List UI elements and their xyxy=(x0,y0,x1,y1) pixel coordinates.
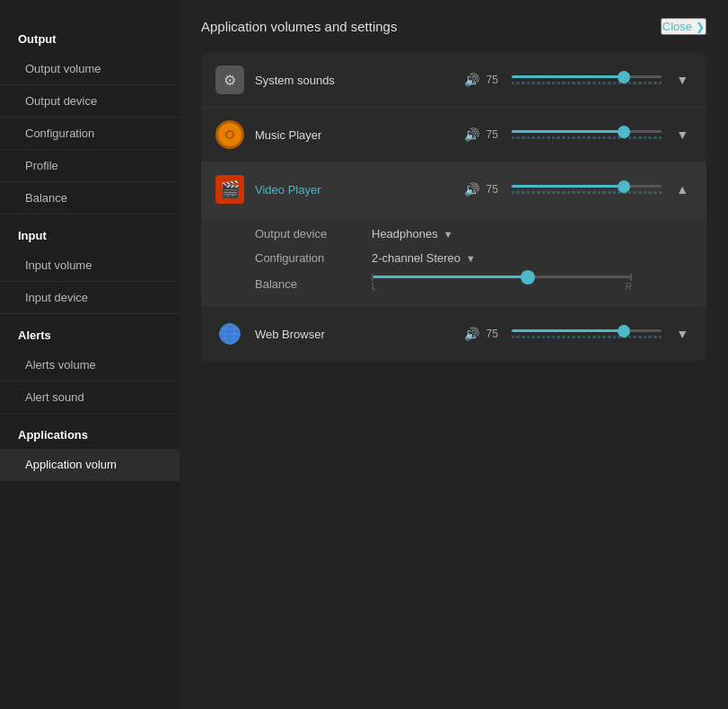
sidebar-section-title: Output xyxy=(0,18,180,53)
volume-slider-container xyxy=(512,329,662,338)
speaker-icon: 🔊 xyxy=(464,327,479,341)
sidebar-item-configuration[interactable]: Configuration xyxy=(0,118,180,150)
slider-fill xyxy=(512,185,625,188)
balance-label: Balance xyxy=(255,277,372,291)
volume-slider-container xyxy=(512,185,662,194)
app-row-music-player: Music Player🔊75▼ xyxy=(201,108,706,162)
volume-control-web-browser: 🔊75 xyxy=(464,327,662,341)
speaker-icon: 🔊 xyxy=(464,182,479,197)
balance-left-tick xyxy=(372,274,373,281)
music-icon xyxy=(215,120,244,149)
sidebar-section-title: Input xyxy=(0,214,180,249)
slider-track[interactable] xyxy=(512,329,662,332)
slider-dashes xyxy=(512,191,662,194)
volume-value-video-player: 75 xyxy=(487,183,504,196)
sidebar-item-output-volume[interactable]: Output volume xyxy=(0,53,180,85)
main-title: Application volumes and settings xyxy=(201,19,397,34)
balance-row: Balance L R xyxy=(255,276,689,292)
sidebar: OutputOutput volumeOutput deviceConfigur… xyxy=(0,0,180,709)
balance-thumb[interactable] xyxy=(521,270,535,284)
expand-button-web-browser[interactable]: ▼ xyxy=(672,323,692,345)
gear-icon: ⚙ xyxy=(215,66,244,94)
close-label: Close xyxy=(662,20,692,33)
expand-button-music-player[interactable]: ▼ xyxy=(672,124,692,145)
slider-dashes xyxy=(512,336,662,338)
app-row-main-system-sounds: ⚙System sounds🔊75▼ xyxy=(201,53,706,107)
slider-fill xyxy=(512,329,625,332)
volume-value-music-player: 75 xyxy=(487,128,504,141)
app-row-main-music-player: Music Player🔊75▼ xyxy=(201,108,706,162)
sidebar-item-output-device[interactable]: Output device xyxy=(0,85,180,118)
app-name-music-player: Music Player xyxy=(255,128,453,142)
dropdown-arrow-icon: ▼ xyxy=(443,229,453,240)
balance-left-label: L xyxy=(372,282,377,292)
speaker-icon: 🔊 xyxy=(464,73,479,87)
expanded-settings-video-player: Output device Headphones ▼ Configuration… xyxy=(201,216,706,306)
volume-control-music-player: 🔊75 xyxy=(464,127,662,142)
volume-slider-container xyxy=(512,75,662,84)
output-device-row: Output device Headphones ▼ xyxy=(255,227,689,241)
sidebar-item-input-volume[interactable]: Input volume xyxy=(0,249,180,282)
app-row-system-sounds: ⚙System sounds🔊75▼ xyxy=(201,53,706,108)
volume-value-system-sounds: 75 xyxy=(487,74,504,86)
globe-icon xyxy=(215,319,244,348)
output-device-value[interactable]: Headphones ▼ xyxy=(372,227,453,241)
sidebar-section-title: Alerts xyxy=(0,314,180,349)
expand-button-video-player[interactable]: ▲ xyxy=(672,179,692,200)
app-row-main-web-browser: Web Browser🔊75▼ xyxy=(201,307,706,361)
main-content: Application volumes and settings Close ❯… xyxy=(180,0,728,709)
balance-right-label: R xyxy=(626,282,632,292)
expand-button-system-sounds[interactable]: ▼ xyxy=(672,69,692,91)
app-name-system-sounds: System sounds xyxy=(255,74,453,87)
app-row-video-player: 🎬Video Player🔊75▲ Output device Headphon… xyxy=(201,162,706,307)
balance-right-tick xyxy=(630,274,632,281)
configuration-row: Configuration 2-channel Stereo ▼ xyxy=(255,251,689,265)
configuration-label: Configuration xyxy=(255,251,372,265)
sidebar-section-title: Applications xyxy=(0,414,180,449)
slider-track[interactable] xyxy=(512,75,662,78)
slider-dashes xyxy=(512,136,662,139)
sidebar-item-application-volume[interactable]: Application volum xyxy=(0,449,180,481)
speaker-icon: 🔊 xyxy=(464,127,479,142)
volume-slider-container xyxy=(512,130,662,139)
app-row-web-browser: Web Browser🔊75▼ xyxy=(201,307,706,361)
balance-slider[interactable]: L R xyxy=(372,276,632,292)
slider-track[interactable] xyxy=(512,185,662,188)
video-icon: 🎬 xyxy=(215,175,244,204)
slider-dashes xyxy=(512,82,662,84)
volume-control-system-sounds: 🔊75 xyxy=(464,73,662,87)
close-button[interactable]: Close ❯ xyxy=(661,18,706,35)
sidebar-item-profile[interactable]: Profile xyxy=(0,150,180,182)
configuration-value[interactable]: 2-channel Stereo ▼ xyxy=(372,251,476,265)
sidebar-item-alert-sound[interactable]: Alert sound xyxy=(0,381,180,414)
output-device-label: Output device xyxy=(255,227,372,241)
volume-control-video-player: 🔊75 xyxy=(464,182,662,197)
slider-fill xyxy=(512,75,625,78)
sidebar-item-balance[interactable]: Balance xyxy=(0,182,180,214)
slider-track[interactable] xyxy=(512,130,662,133)
app-volumes-card: ⚙System sounds🔊75▼ Music Player🔊75▼🎬Vide… xyxy=(201,53,706,361)
balance-labels: L R xyxy=(372,282,632,292)
app-row-main-video-player: 🎬Video Player🔊75▲ xyxy=(201,162,706,216)
volume-value-web-browser: 75 xyxy=(487,328,504,340)
close-arrow-icon: ❯ xyxy=(696,21,705,33)
main-header: Application volumes and settings Close ❯ xyxy=(201,18,706,35)
app-name-web-browser: Web Browser xyxy=(255,328,453,341)
config-dropdown-arrow-icon: ▼ xyxy=(466,253,476,264)
slider-fill xyxy=(512,130,625,133)
sidebar-item-input-device[interactable]: Input device xyxy=(0,282,180,314)
app-name-video-player: Video Player xyxy=(255,183,453,197)
balance-fill xyxy=(372,276,528,278)
balance-track[interactable] xyxy=(372,276,632,278)
sidebar-item-alerts-volume[interactable]: Alerts volume xyxy=(0,349,180,381)
